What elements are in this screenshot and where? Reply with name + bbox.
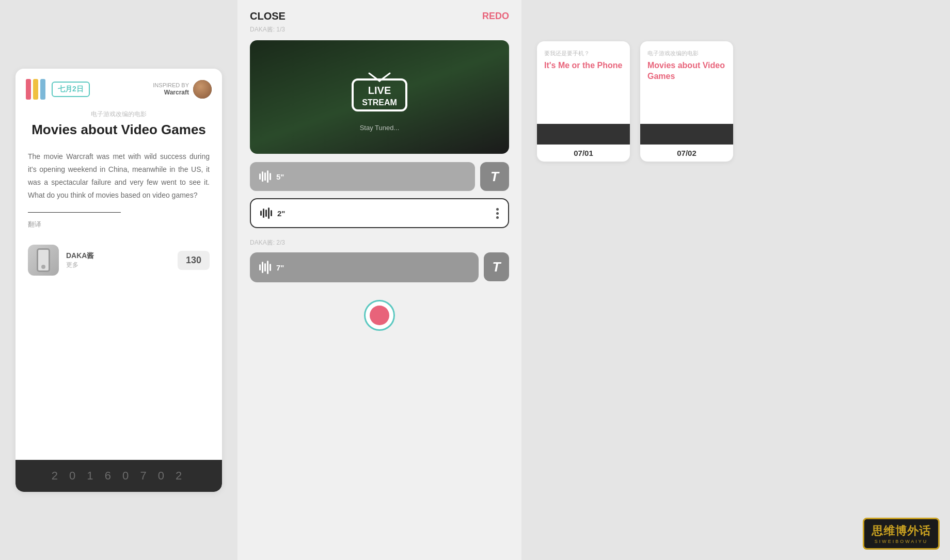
bar-pink	[26, 79, 31, 100]
translate-label: 翻译	[28, 220, 210, 229]
text-icon-2: T	[493, 259, 501, 275]
middle-header: CLOSE REDO	[250, 10, 509, 22]
dot-3	[496, 216, 499, 219]
audio-btn-2[interactable]: 7"	[250, 252, 479, 282]
card-title: Movies about Video Games	[28, 122, 210, 138]
right-cards-row: 要我还是要手机？ It's Me or the Phone 07/01 电子游戏…	[537, 41, 733, 162]
response-left: 2"	[260, 207, 285, 219]
audio-duration-2: 7"	[276, 263, 284, 272]
middle-panel: CLOSE REDO DAKA酱: 1/3 LIVE STREAM Stay T…	[237, 0, 521, 560]
video-card: LIVE STREAM Stay Tuned...	[250, 40, 509, 154]
card-description: The movie Warcraft was met with wild suc…	[28, 150, 210, 202]
right-card-date-1: 07/01	[537, 145, 630, 162]
audio-wave-2	[259, 261, 271, 274]
right-card-footer-2	[640, 124, 733, 145]
watermark: 思维博外话 SIWEIBOWAIYU	[863, 518, 940, 550]
avatar	[193, 80, 212, 99]
stay-tuned: Stay Tuned...	[360, 124, 400, 132]
bar-yellow	[33, 79, 38, 100]
user-more: 更多	[66, 261, 170, 269]
tv-icon: LIVE STREAM	[349, 63, 410, 115]
watermark-sub: SIWEIBOWAIYU	[872, 539, 931, 544]
user-name: DAKA酱	[66, 251, 170, 261]
dot-1	[496, 208, 499, 211]
date-badge: 七月2日	[52, 82, 90, 97]
dots-menu[interactable]	[496, 208, 499, 219]
article-card: 七月2日 INSPIRED BY Warcraft 电子游戏改编的电影 Movi…	[15, 69, 222, 492]
right-card-body-2: 电子游戏改编的电影 Movies about Video Games	[640, 41, 733, 124]
audio-row-1: 5" T	[250, 162, 509, 191]
date-number: 2 0 1 6 0 7 0 2	[28, 469, 210, 483]
text-icon-1: T	[490, 169, 499, 185]
right-panel: 要我还是要手机？ It's Me or the Phone 07/01 电子游戏…	[521, 0, 950, 560]
audio-row-2: 7" T	[250, 252, 509, 293]
category-text: 电子游戏改编的电影	[28, 110, 210, 119]
left-panel: 七月2日 INSPIRED BY Warcraft 电子游戏改编的电影 Movi…	[0, 0, 237, 560]
color-bars	[26, 79, 45, 100]
right-card-footer-1	[537, 124, 630, 145]
right-card-title-2: Movies about Video Games	[647, 60, 726, 82]
svg-text:LIVE: LIVE	[368, 85, 391, 96]
redo-button[interactable]: REDO	[482, 11, 509, 22]
right-card-title-1: It's Me or the Phone	[544, 60, 623, 71]
dot-2	[496, 212, 499, 215]
audio-wave-1	[259, 170, 271, 183]
inspired-by-name: Warcraft	[153, 89, 189, 97]
user-count: 130	[178, 251, 210, 270]
bar-blue	[40, 79, 45, 100]
card-bottom: 2 0 1 6 0 7 0 2	[15, 460, 222, 492]
response-wave	[260, 207, 272, 219]
avatar-face	[193, 80, 212, 99]
card-header: 七月2日 INSPIRED BY Warcraft	[15, 69, 222, 105]
inspired-by: INSPIRED BY Warcraft	[153, 80, 212, 99]
right-card-category-2: 电子游戏改编的电影	[647, 50, 726, 57]
card-footer-user: DAKA酱 更多 130	[28, 245, 210, 276]
text-button-2[interactable]: T	[484, 252, 509, 281]
divider	[28, 212, 121, 213]
user-info: DAKA酱 更多	[66, 251, 170, 269]
response-duration: 2"	[277, 209, 285, 218]
right-card-body-1: 要我还是要手机？ It's Me or the Phone	[537, 41, 630, 124]
record-inner	[370, 306, 389, 325]
main-container: 七月2日 INSPIRED BY Warcraft 电子游戏改编的电影 Movi…	[0, 0, 950, 560]
right-card-1: 要我还是要手机？ It's Me or the Phone 07/01	[537, 41, 630, 162]
right-card-date-2: 07/02	[640, 145, 733, 162]
text-button-1[interactable]: T	[480, 162, 509, 191]
watermark-text: 思维博外话	[872, 523, 931, 539]
user-avatar	[28, 245, 59, 276]
svg-text:STREAM: STREAM	[362, 98, 397, 107]
audio-duration-1: 5"	[276, 172, 284, 181]
record-button[interactable]	[364, 300, 395, 331]
daka-label-1: DAKA酱: 1/3	[250, 25, 509, 34]
close-button[interactable]: CLOSE	[250, 10, 286, 22]
right-card-2: 电子游戏改编的电影 Movies about Video Games 07/02	[640, 41, 733, 162]
record-btn-container	[250, 300, 509, 331]
daka-label-2: DAKA酱: 2/3	[250, 238, 509, 247]
right-card-category-1: 要我还是要手机？	[544, 50, 623, 57]
response-box[interactable]: 2"	[250, 198, 509, 228]
inspired-label: INSPIRED BY	[153, 82, 189, 89]
card-body: 电子游戏改编的电影 Movies about Video Games The m…	[15, 105, 222, 460]
audio-btn-1[interactable]: 5"	[250, 162, 475, 191]
